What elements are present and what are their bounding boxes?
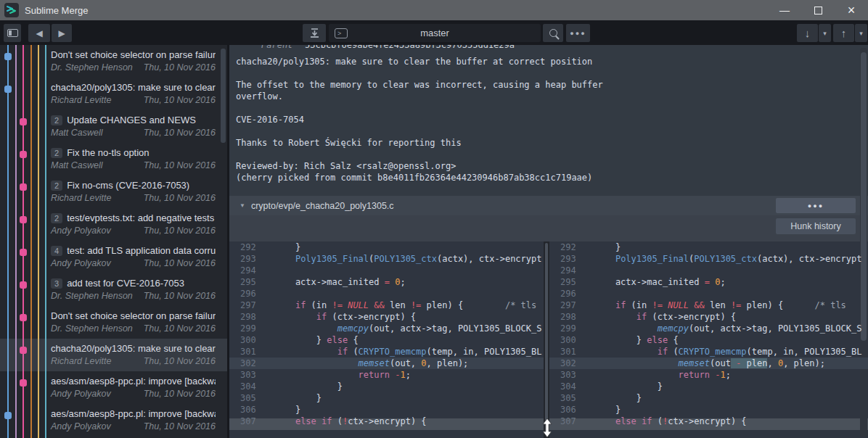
sublime-merge-logo-icon: [4, 3, 19, 17]
commit-author: Dr. Stephen Henson: [51, 62, 133, 75]
close-button[interactable]: ×: [835, 0, 868, 20]
code-text: } else {: [274, 334, 544, 346]
line-number: 297: [549, 299, 594, 311]
hunk-history-button[interactable]: Hunk history: [776, 218, 856, 234]
commit-row[interactable]: 4test: add TLS application data corrupti…: [0, 241, 227, 273]
sidebar-toggle-button[interactable]: [4, 24, 21, 42]
commit-button[interactable]: [303, 24, 326, 42]
parent-hash[interactable]: 53cbcbf6e9abe4fe2433a89bf3c970355dd1e29a: [305, 45, 515, 50]
commit-date: Thu, 10 Nov 2016: [144, 291, 216, 303]
commit-date: Thu, 10 Nov 2016: [144, 421, 216, 434]
pull-dropdown-button[interactable]: ▾: [819, 24, 831, 42]
diff-line: 304 }: [229, 381, 544, 392]
commit-icon: [309, 28, 320, 38]
file-header-bar[interactable]: ▼ crypto/evp/e_chacha20_poly1305.c ●●●: [229, 196, 868, 215]
code-text: [274, 265, 544, 276]
code-text: if (in != NULL && len != plen) { /* tls: [274, 299, 544, 311]
back-button[interactable]: ◀: [28, 24, 50, 42]
diff-line: 296: [549, 288, 868, 299]
commit-title: test/evptests.txt: add negative tests fo…: [67, 212, 216, 223]
search-button[interactable]: [543, 24, 563, 42]
diff-line: 306 }: [229, 404, 544, 416]
commit-row[interactable]: 2Update CHANGES and NEWSMatt CaswellThu,…: [0, 110, 227, 143]
diff-view: 292 }293 Poly1305_Final(POLY1305_ctx(act…: [229, 241, 868, 438]
command-palette-field[interactable]: > master: [329, 24, 541, 42]
search-icon: [549, 29, 557, 37]
commit-row[interactable]: 3add test for CVE-2016-7053Dr. Stephen H…: [0, 273, 227, 306]
file-more-button[interactable]: ●●●: [776, 198, 856, 213]
commit-dot: [20, 281, 27, 289]
diff-line: 307 else if (!ctx->encrypt) {: [229, 416, 544, 427]
diff-pane-new: 292 }293 Poly1305_Final(POLY1305_ctx(act…: [549, 241, 868, 438]
line-number: 299: [229, 323, 274, 334]
line-number: 293: [229, 253, 274, 265]
commit-list-scrollbar[interactable]: [221, 49, 226, 143]
commit-row[interactable]: Don't set choice selector on parse failu…: [0, 306, 227, 339]
code-text: }: [274, 241, 544, 253]
forward-button[interactable]: ▶: [52, 24, 72, 42]
push-button[interactable]: ↑: [833, 24, 854, 42]
line-number: 292: [229, 241, 274, 253]
mouse-cursor-ns-resize-icon: [541, 418, 554, 438]
commit-row[interactable]: aes/asm/aesp8-ppc.pl: improve [backward]…: [0, 404, 227, 437]
commit-dot: [20, 379, 27, 387]
diff-line: 294: [229, 265, 544, 276]
code-text: memset(out, 0, plen);: [274, 358, 544, 369]
line-number: 292: [549, 241, 594, 253]
code-text: if (ctx->encrypt) {: [594, 311, 868, 323]
commit-count-badge: 2: [51, 148, 62, 158]
maximize-icon: [814, 7, 822, 15]
code-text: memcpy(out, actx->tag, POLY1305_BLOCK_S: [274, 323, 544, 334]
commit-count-badge: 4: [51, 246, 62, 256]
diff-line: 304 }: [549, 381, 868, 392]
line-number: 302: [229, 358, 274, 369]
diff-line: 306 }: [549, 404, 868, 416]
commit-row[interactable]: 2Fix no-cms (CVE-2016-7053)Richard Levit…: [0, 175, 227, 208]
line-number: 307: [229, 416, 274, 427]
pull-button[interactable]: ↓: [797, 24, 818, 42]
toolbar-more-button[interactable]: ●●●: [566, 24, 590, 42]
diff-line: 298 if (ctx->encrypt) {: [229, 311, 544, 323]
diff-line: 301 if (CRYPTO_memcmp(temp, in, POLY1305…: [549, 346, 868, 358]
line-number: 301: [229, 346, 274, 358]
code-text: }: [594, 404, 868, 416]
commit-row[interactable]: aes/asm/aesp8-ppc.pl: improve [backward]…: [0, 371, 227, 404]
diff-pane-divider[interactable]: [544, 241, 549, 438]
window-title: Sublime Merge: [25, 5, 88, 16]
commit-author: Andy Polyakov: [51, 226, 111, 238]
diff-line: 303 return -1;: [549, 369, 868, 381]
line-number: 305: [549, 392, 594, 404]
commit-dot: [4, 53, 12, 60]
code-text: [594, 288, 868, 299]
commit-row[interactable]: 2test/evptests.txt: add negative tests f…: [0, 208, 227, 241]
line-number: 296: [229, 288, 274, 299]
line-number: 301: [549, 346, 594, 358]
code-text: actx->mac_inited = 0;: [594, 276, 868, 288]
line-number: 295: [229, 276, 274, 288]
line-number: 304: [229, 381, 274, 392]
push-dropdown-button[interactable]: ▾: [855, 24, 867, 42]
commit-row[interactable]: chacha20/poly1305: make sure to clear th…: [0, 78, 227, 110]
diff-line: 292 }: [229, 241, 544, 253]
commit-row[interactable]: chacha20/poly1305: make sure to clear th…: [0, 339, 227, 371]
code-text: if (ctx->encrypt) {: [274, 311, 544, 323]
commit-author: Andy Polyakov: [51, 421, 111, 434]
commit-title: Fix no-cms (CVE-2016-7053): [67, 180, 189, 191]
diff-line: 299 memcpy(out, actx->tag, POLY1305_BLOC…: [229, 323, 544, 334]
diff-divider-scrollbar[interactable]: [545, 243, 548, 435]
code-text: if (in != NULL && len != plen) { /* tls: [594, 299, 868, 311]
minimize-button[interactable]: —: [768, 0, 801, 20]
code-text: }: [594, 241, 868, 253]
commit-count-badge: 2: [51, 181, 62, 191]
code-text: }: [594, 392, 868, 404]
code-text: else if (!ctx->encrypt) {: [274, 416, 544, 427]
maximize-button[interactable]: [801, 0, 835, 20]
line-number: 295: [549, 276, 594, 288]
diff-line: 297 if (in != NULL && len != plen) { /* …: [549, 299, 868, 311]
diff-line: 300 } else {: [549, 334, 868, 346]
collapse-triangle-icon[interactable]: ▼: [239, 202, 245, 209]
diff-line: 303 return -1;: [229, 369, 544, 381]
commit-row[interactable]: 2Fix the no-tls optionMatt CaswellThu, 1…: [0, 143, 227, 175]
commit-date: Thu, 10 Nov 2016: [144, 160, 216, 173]
commit-row[interactable]: Don't set choice selector on parse failu…: [0, 45, 227, 78]
